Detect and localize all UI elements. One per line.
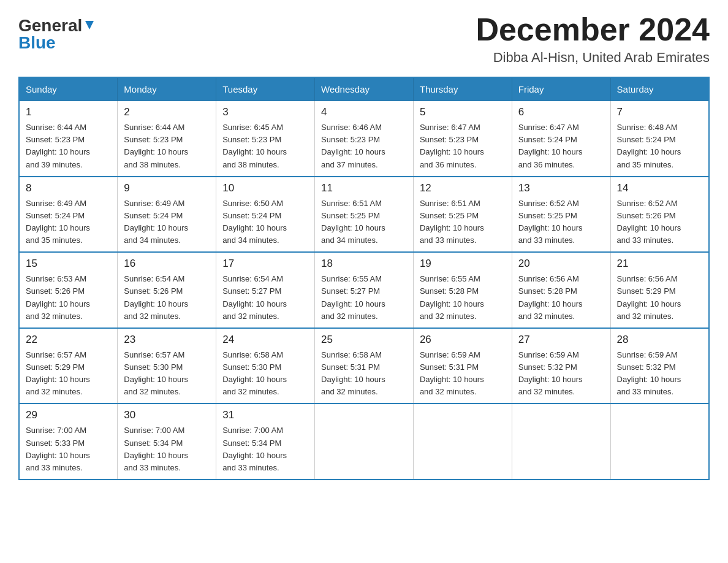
day-number: 20 xyxy=(518,258,604,270)
day-info: Sunrise: 6:50 AMSunset: 5:24 PMDaylight:… xyxy=(222,197,308,247)
calendar-cell: 3Sunrise: 6:45 AMSunset: 5:23 PMDaylight… xyxy=(216,101,315,177)
day-number: 6 xyxy=(518,106,604,118)
day-number: 8 xyxy=(26,182,111,194)
day-info: Sunrise: 6:47 AMSunset: 5:23 PMDaylight:… xyxy=(420,121,506,171)
calendar-cell xyxy=(315,404,414,480)
logo-triangle-icon xyxy=(84,20,95,33)
calendar-cell: 12Sunrise: 6:51 AMSunset: 5:25 PMDayligh… xyxy=(413,177,512,253)
day-info: Sunrise: 6:47 AMSunset: 5:24 PMDaylight:… xyxy=(518,121,604,171)
calendar-cell: 2Sunrise: 6:44 AMSunset: 5:23 PMDaylight… xyxy=(118,101,216,177)
calendar-cell: 30Sunrise: 7:00 AMSunset: 5:34 PMDayligh… xyxy=(118,404,216,480)
day-info: Sunrise: 6:59 AMSunset: 5:32 PMDaylight:… xyxy=(617,349,702,399)
day-number: 29 xyxy=(26,409,111,421)
calendar-cell: 29Sunrise: 7:00 AMSunset: 5:33 PMDayligh… xyxy=(19,404,118,480)
calendar-cell: 9Sunrise: 6:49 AMSunset: 5:24 PMDaylight… xyxy=(118,177,216,253)
calendar-cell xyxy=(413,404,512,480)
calendar-cell xyxy=(610,404,709,480)
logo-general-text: General xyxy=(18,17,82,34)
calendar-cell: 1Sunrise: 6:44 AMSunset: 5:23 PMDaylight… xyxy=(19,101,118,177)
day-info: Sunrise: 6:59 AMSunset: 5:31 PMDaylight:… xyxy=(420,349,506,399)
calendar-week-row: 15Sunrise: 6:53 AMSunset: 5:26 PMDayligh… xyxy=(19,252,709,328)
month-title: December 2024 xyxy=(476,12,710,47)
day-info: Sunrise: 6:54 AMSunset: 5:27 PMDaylight:… xyxy=(222,273,308,323)
calendar-cell: 24Sunrise: 6:58 AMSunset: 5:30 PMDayligh… xyxy=(216,328,315,404)
calendar-cell: 5Sunrise: 6:47 AMSunset: 5:23 PMDaylight… xyxy=(413,101,512,177)
day-number: 13 xyxy=(518,182,604,194)
calendar-table: SundayMondayTuesdayWednesdayThursdayFrid… xyxy=(18,77,710,480)
calendar-cell: 25Sunrise: 6:58 AMSunset: 5:31 PMDayligh… xyxy=(315,328,414,404)
header-wednesday: Wednesday xyxy=(315,77,414,101)
day-number: 5 xyxy=(420,106,506,118)
header-thursday: Thursday xyxy=(413,77,512,101)
header-friday: Friday xyxy=(512,77,610,101)
calendar-cell: 15Sunrise: 6:53 AMSunset: 5:26 PMDayligh… xyxy=(19,252,118,328)
day-number: 25 xyxy=(321,334,407,346)
calendar-cell: 18Sunrise: 6:55 AMSunset: 5:27 PMDayligh… xyxy=(315,252,414,328)
calendar-cell xyxy=(512,404,610,480)
day-info: Sunrise: 6:56 AMSunset: 5:29 PMDaylight:… xyxy=(617,273,702,323)
calendar-cell: 22Sunrise: 6:57 AMSunset: 5:29 PMDayligh… xyxy=(19,328,118,404)
day-number: 15 xyxy=(26,258,111,270)
calendar-cell: 31Sunrise: 7:00 AMSunset: 5:34 PMDayligh… xyxy=(216,404,315,480)
day-info: Sunrise: 6:51 AMSunset: 5:25 PMDaylight:… xyxy=(420,197,506,247)
day-number: 31 xyxy=(222,409,308,421)
logo-blue-text: Blue xyxy=(18,34,56,52)
day-number: 4 xyxy=(321,106,407,118)
day-info: Sunrise: 6:55 AMSunset: 5:28 PMDaylight:… xyxy=(420,273,506,323)
day-number: 2 xyxy=(124,106,210,118)
day-info: Sunrise: 6:59 AMSunset: 5:32 PMDaylight:… xyxy=(518,349,604,399)
header-monday: Monday xyxy=(118,77,216,101)
day-number: 18 xyxy=(321,258,407,270)
day-info: Sunrise: 6:54 AMSunset: 5:26 PMDaylight:… xyxy=(124,273,210,323)
day-number: 10 xyxy=(222,182,308,194)
header-saturday: Saturday xyxy=(610,77,709,101)
calendar-cell: 20Sunrise: 6:56 AMSunset: 5:28 PMDayligh… xyxy=(512,252,610,328)
calendar-cell: 28Sunrise: 6:59 AMSunset: 5:32 PMDayligh… xyxy=(610,328,709,404)
calendar-header-row: SundayMondayTuesdayWednesdayThursdayFrid… xyxy=(19,77,709,101)
day-info: Sunrise: 6:57 AMSunset: 5:30 PMDaylight:… xyxy=(124,349,210,399)
calendar-cell: 13Sunrise: 6:52 AMSunset: 5:25 PMDayligh… xyxy=(512,177,610,253)
day-info: Sunrise: 6:53 AMSunset: 5:26 PMDaylight:… xyxy=(26,273,111,323)
day-info: Sunrise: 7:00 AMSunset: 5:34 PMDaylight:… xyxy=(222,424,308,474)
logo: General Blue xyxy=(18,17,95,52)
day-number: 27 xyxy=(518,334,604,346)
calendar-cell: 21Sunrise: 6:56 AMSunset: 5:29 PMDayligh… xyxy=(610,252,709,328)
calendar-cell: 16Sunrise: 6:54 AMSunset: 5:26 PMDayligh… xyxy=(118,252,216,328)
day-number: 22 xyxy=(26,334,111,346)
calendar-cell: 6Sunrise: 6:47 AMSunset: 5:24 PMDaylight… xyxy=(512,101,610,177)
day-number: 30 xyxy=(124,409,210,421)
calendar-cell: 11Sunrise: 6:51 AMSunset: 5:25 PMDayligh… xyxy=(315,177,414,253)
calendar-cell: 4Sunrise: 6:46 AMSunset: 5:23 PMDaylight… xyxy=(315,101,414,177)
day-info: Sunrise: 6:51 AMSunset: 5:25 PMDaylight:… xyxy=(321,197,407,247)
day-number: 11 xyxy=(321,182,407,194)
day-info: Sunrise: 6:55 AMSunset: 5:27 PMDaylight:… xyxy=(321,273,407,323)
calendar-cell: 23Sunrise: 6:57 AMSunset: 5:30 PMDayligh… xyxy=(118,328,216,404)
day-number: 12 xyxy=(420,182,506,194)
page-header: General Blue December 2024 Dibba Al-Hisn… xyxy=(18,12,710,66)
calendar-cell: 26Sunrise: 6:59 AMSunset: 5:31 PMDayligh… xyxy=(413,328,512,404)
day-number: 7 xyxy=(617,106,702,118)
location-title: Dibba Al-Hisn, United Arab Emirates xyxy=(476,50,710,66)
calendar-cell: 17Sunrise: 6:54 AMSunset: 5:27 PMDayligh… xyxy=(216,252,315,328)
day-info: Sunrise: 7:00 AMSunset: 5:33 PMDaylight:… xyxy=(26,424,111,474)
day-number: 9 xyxy=(124,182,210,194)
day-number: 17 xyxy=(222,258,308,270)
day-number: 19 xyxy=(420,258,506,270)
calendar-cell: 19Sunrise: 6:55 AMSunset: 5:28 PMDayligh… xyxy=(413,252,512,328)
calendar-cell: 14Sunrise: 6:52 AMSunset: 5:26 PMDayligh… xyxy=(610,177,709,253)
header-sunday: Sunday xyxy=(19,77,118,101)
day-number: 16 xyxy=(124,258,210,270)
day-info: Sunrise: 6:58 AMSunset: 5:31 PMDaylight:… xyxy=(321,349,407,399)
calendar-week-row: 8Sunrise: 6:49 AMSunset: 5:24 PMDaylight… xyxy=(19,177,709,253)
day-number: 1 xyxy=(26,106,111,118)
day-number: 23 xyxy=(124,334,210,346)
calendar-cell: 7Sunrise: 6:48 AMSunset: 5:24 PMDaylight… xyxy=(610,101,709,177)
calendar-week-row: 29Sunrise: 7:00 AMSunset: 5:33 PMDayligh… xyxy=(19,404,709,480)
day-info: Sunrise: 6:56 AMSunset: 5:28 PMDaylight:… xyxy=(518,273,604,323)
day-info: Sunrise: 6:48 AMSunset: 5:24 PMDaylight:… xyxy=(617,121,702,171)
day-number: 26 xyxy=(420,334,506,346)
day-info: Sunrise: 6:45 AMSunset: 5:23 PMDaylight:… xyxy=(222,121,308,171)
day-number: 14 xyxy=(617,182,702,194)
calendar-cell: 10Sunrise: 6:50 AMSunset: 5:24 PMDayligh… xyxy=(216,177,315,253)
day-info: Sunrise: 6:44 AMSunset: 5:23 PMDaylight:… xyxy=(26,121,111,171)
